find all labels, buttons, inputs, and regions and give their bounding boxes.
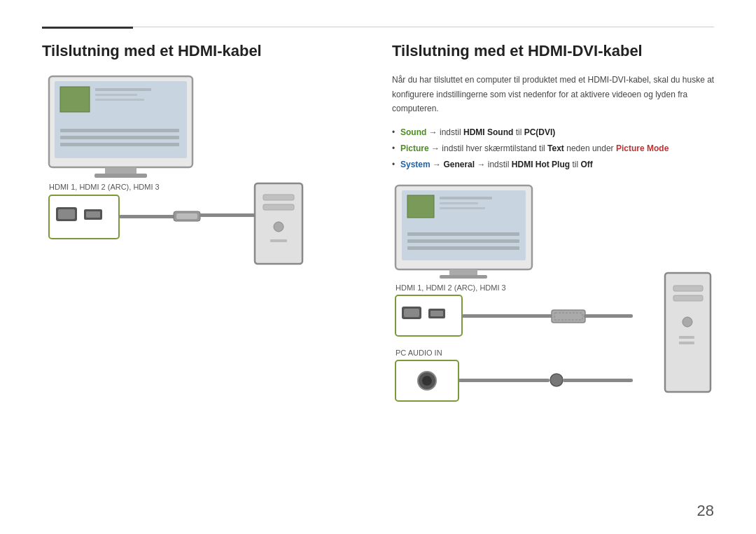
bullet1-arrow: → indstil <box>429 127 463 137</box>
svg-rect-14 <box>58 209 75 219</box>
right-diagram-svg: HDMI 1, HDMI 2 (ARC), HDMI 3 PC A <box>392 182 721 420</box>
bullet3-off: Off <box>580 160 592 169</box>
svg-rect-10 <box>94 174 147 178</box>
svg-rect-59 <box>679 342 694 344</box>
svg-rect-16 <box>86 211 100 218</box>
svg-rect-3 <box>95 88 151 91</box>
page-number: 28 <box>697 502 714 520</box>
page-container: Tilslutning med et HDMI-kabel <box>0 0 756 534</box>
svg-text:HDMI 1, HDMI 2 (ARC), HDMI 3: HDMI 1, HDMI 2 (ARC), HDMI 3 <box>49 183 160 191</box>
svg-rect-8 <box>60 143 179 146</box>
svg-rect-29 <box>440 197 492 199</box>
svg-rect-58 <box>679 336 694 339</box>
top-divider <box>42 27 714 27</box>
left-diagram: HDMI 1, HDMI 2 (ARC), HDMI 3 <box>42 73 336 293</box>
svg-rect-40 <box>404 309 419 317</box>
svg-point-52 <box>550 374 563 386</box>
svg-rect-53 <box>563 379 633 382</box>
svg-rect-5 <box>95 99 144 101</box>
svg-rect-30 <box>440 202 478 204</box>
bullet1-til: til <box>516 127 524 137</box>
bullet3-general: General <box>443 160 475 169</box>
svg-point-24 <box>274 222 284 232</box>
svg-rect-23 <box>263 204 294 210</box>
bullet1-sound: Sound <box>400 127 426 137</box>
right-description: Når du har tilsluttet en computer til pr… <box>392 73 721 115</box>
svg-rect-2 <box>60 87 90 112</box>
svg-rect-25 <box>270 239 287 242</box>
svg-rect-28 <box>407 195 434 218</box>
right-column: Tilslutning med et HDMI-DVI-kabel Når du… <box>392 42 721 518</box>
svg-text:PC AUDIO IN: PC AUDIO IN <box>396 349 442 357</box>
svg-rect-36 <box>440 275 487 279</box>
svg-rect-9 <box>105 167 136 174</box>
bullet2-text1: → indstil hver skærmtilstand til <box>431 143 547 153</box>
svg-rect-34 <box>407 246 519 250</box>
svg-rect-22 <box>263 195 294 200</box>
svg-rect-46 <box>584 314 633 318</box>
bullet3-hotplug: HDMI Hot Plug <box>512 160 570 169</box>
left-section-title: Tilslutning med et HDMI-kabel <box>42 42 336 60</box>
svg-rect-51 <box>458 379 550 382</box>
top-divider-accent <box>42 27 133 29</box>
svg-rect-31 <box>440 207 485 209</box>
left-column: Tilslutning med et HDMI-kabel <box>42 42 336 518</box>
bullet3-arrow1: → <box>433 160 443 169</box>
bullet-list: Sound → indstil HDMI Sound til PC(DVI) P… <box>392 126 721 171</box>
svg-point-57 <box>682 317 692 327</box>
right-section-title: Tilslutning med et HDMI-DVI-kabel <box>392 42 721 60</box>
bullet3-arrow2: → indstil <box>477 160 511 169</box>
right-diagram: HDMI 1, HDMI 2 (ARC), HDMI 3 PC A <box>392 182 721 423</box>
bullet2-picture-mode: Picture Mode <box>616 143 668 153</box>
svg-rect-43 <box>462 314 553 318</box>
svg-rect-56 <box>673 295 703 301</box>
svg-text:HDMI 1, HDMI 2 (ARC), HDMI 3: HDMI 1, HDMI 2 (ARC), HDMI 3 <box>396 283 506 292</box>
svg-rect-4 <box>95 94 137 96</box>
svg-rect-55 <box>673 286 703 291</box>
bullet2-picture: Picture <box>400 143 429 153</box>
svg-rect-33 <box>407 239 519 243</box>
bullet-item-3: System → General → indstil HDMI Hot Plug… <box>392 158 721 171</box>
svg-rect-42 <box>430 311 443 316</box>
svg-rect-6 <box>60 129 179 132</box>
svg-point-50 <box>422 376 432 386</box>
svg-rect-44 <box>552 310 585 323</box>
svg-rect-17 <box>119 215 175 218</box>
svg-rect-20 <box>200 213 255 217</box>
bullet-item-2: Picture → indstil hver skærmtilstand til… <box>392 142 721 155</box>
bullet2-text2: neden under <box>566 143 616 153</box>
svg-rect-35 <box>449 269 477 276</box>
bullet3-system: System <box>400 160 430 169</box>
bullet-item-1: Sound → indstil HDMI Sound til PC(DVI) <box>392 126 721 139</box>
svg-rect-19 <box>176 213 197 219</box>
bullet2-text: Text <box>547 143 564 153</box>
svg-rect-32 <box>407 232 519 236</box>
left-diagram-svg: HDMI 1, HDMI 2 (ARC), HDMI 3 <box>42 73 322 290</box>
bullet3-til: til <box>572 160 580 169</box>
svg-rect-7 <box>60 136 179 139</box>
bullet1-pcdvi: PC(DVI) <box>524 127 556 137</box>
bullet1-hdmi-sound: HDMI Sound <box>463 127 513 137</box>
